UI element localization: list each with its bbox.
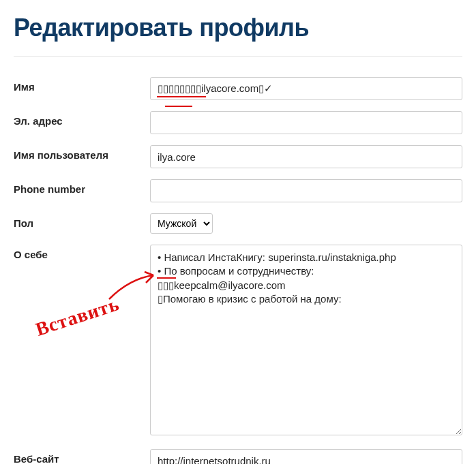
label-gender: Пол xyxy=(14,213,150,229)
row-email: Эл. адрес xyxy=(14,111,462,134)
about-textarea[interactable] xyxy=(150,245,462,435)
row-gender: Пол Мужской xyxy=(14,213,462,234)
row-name: Имя xyxy=(14,77,462,100)
name-input[interactable] xyxy=(150,77,462,100)
label-email: Эл. адрес xyxy=(14,111,150,127)
label-name: Имя xyxy=(14,77,150,93)
label-phone: Phone number xyxy=(14,179,150,195)
divider xyxy=(14,56,462,57)
anno-underline-name-2 xyxy=(165,106,192,107)
row-about: О себе Вставить xyxy=(14,245,462,438)
email-input[interactable] xyxy=(150,111,462,134)
username-input[interactable] xyxy=(150,145,462,168)
label-about: О себе xyxy=(14,245,150,260)
label-username: Имя пользователя xyxy=(14,145,150,161)
gender-select[interactable]: Мужской xyxy=(150,213,213,234)
row-website: Веб-сайт xyxy=(14,449,462,464)
website-input[interactable] xyxy=(150,449,462,464)
label-website: Веб-сайт xyxy=(14,449,150,464)
phone-input[interactable] xyxy=(150,179,462,202)
row-phone: Phone number xyxy=(14,179,462,202)
anno-text: Вставить xyxy=(33,293,122,341)
page-title: Редактировать профиль xyxy=(14,14,462,42)
row-username: Имя пользователя xyxy=(14,145,462,168)
